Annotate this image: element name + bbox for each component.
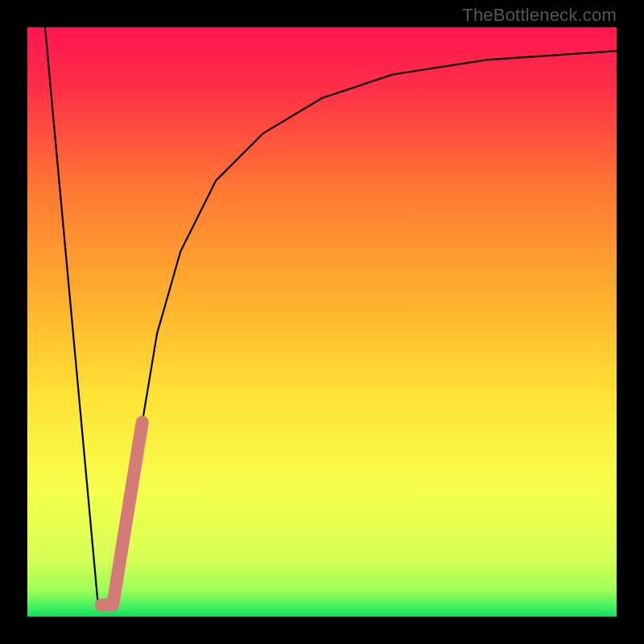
frame-left xyxy=(0,0,27,644)
frame-right xyxy=(617,0,644,644)
frame-bottom xyxy=(0,617,644,644)
highlight-segment xyxy=(101,422,142,605)
curves-layer xyxy=(27,27,617,617)
watermark-text: TheBottleneck.com xyxy=(462,5,617,26)
